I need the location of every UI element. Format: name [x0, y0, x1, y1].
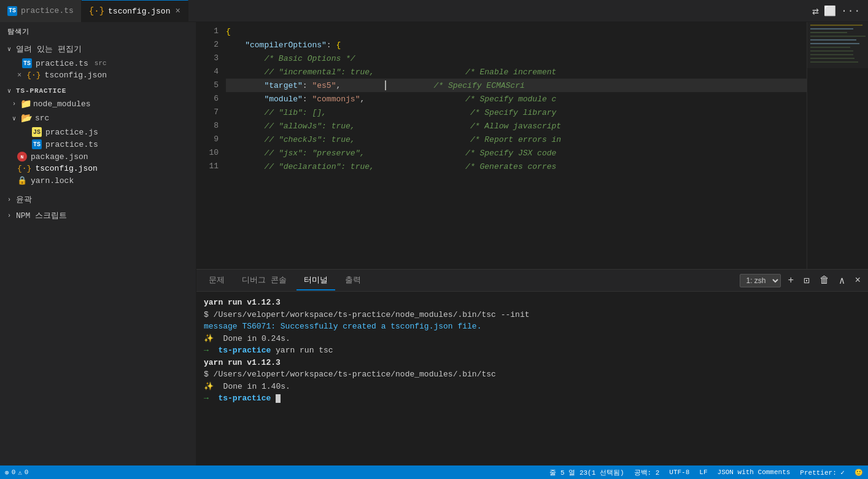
term-line-9: → ts-practice	[204, 392, 861, 405]
panel-tab-terminal[interactable]: 터미널	[296, 271, 335, 290]
outline-section[interactable]: › 윤곽	[0, 192, 196, 208]
status-formatter[interactable]: Prettier: ✓	[800, 469, 845, 477]
npm-scripts-section[interactable]: › NPM 스크립트	[0, 208, 196, 224]
code-line-8: // "allowJs": true, /* Allow javascript	[226, 119, 807, 133]
outline-label: 윤곽	[16, 194, 32, 205]
status-face-icon: 🙂	[854, 469, 863, 477]
src-folder-icon: 📂	[21, 112, 33, 124]
outline-chevron: ›	[5, 197, 14, 203]
tab-label-practice-ts: practice.ts	[21, 6, 74, 15]
code-line-1: {	[226, 25, 807, 38]
code-line-6: "module": "commonjs", /* Specify module …	[226, 92, 807, 106]
npm-scripts-label: NPM 스크립트	[16, 210, 67, 221]
file-tsconfig-json[interactable]: {·} tsconfig.json	[0, 163, 196, 174]
practice-js-label: practice.js	[45, 128, 98, 137]
yarn-lock-icon: 🔒	[17, 176, 27, 185]
tab-bar: TS practice.ts {·} tsconfig.json × ⇄ ⬜ ·…	[0, 0, 868, 22]
content-area: 1 2 3 4 5 6 7 8 9 10 11 { "compiler	[196, 22, 868, 465]
status-line-ending[interactable]: LF	[699, 469, 707, 476]
src-folder[interactable]: ∨ 📂 src	[0, 111, 196, 126]
node-modules-folder[interactable]: › 📁 node_modules	[0, 97, 196, 111]
ts-file-icon: TS	[7, 6, 17, 16]
svg-rect-11	[807, 22, 868, 68]
terminal-content[interactable]: yarn run v1.12.3 $ /Users/velopert/works…	[196, 292, 868, 465]
tab-tsconfig-json[interactable]: {·} tsconfig.json ×	[82, 0, 188, 22]
close-panel-button[interactable]: ×	[852, 274, 863, 287]
status-errors[interactable]: ⊗ 0 ⚠ 0	[5, 469, 28, 477]
status-encoding[interactable]: UTF-8	[669, 469, 689, 476]
panel-tab-debug[interactable]: 디버그 콘솔	[234, 271, 294, 290]
open-file-practice-ts[interactable]: TS practice.ts src	[0, 57, 196, 69]
code-line-4: // "incremental": true, /* Enable increm…	[226, 65, 807, 79]
project-section[interactable]: ∨ TS-PRACTICE	[0, 85, 196, 97]
node-modules-folder-icon: 📁	[21, 99, 31, 109]
more-icon[interactable]: ···	[841, 6, 861, 17]
open-file-tsconfig-name: tsconfig.json	[45, 71, 107, 80]
open-file-ts-icon: TS	[22, 58, 32, 68]
term-line-5: → ts-practice yarn run tsc	[204, 345, 861, 357]
panel-tab-output[interactable]: 출력	[338, 271, 368, 290]
status-language[interactable]: JSON with Comments	[718, 469, 791, 476]
term-line-2: $ /Users/velopert/workspace/ts-practice/…	[204, 309, 861, 321]
practice-ts-label: practice.ts	[45, 140, 98, 149]
code-line-11: // "declaration": true, /* Generates cor…	[226, 160, 807, 173]
file-package-json[interactable]: N package.json	[0, 150, 196, 163]
project-name: TS-PRACTICE	[16, 87, 66, 95]
term-line-3: message TS6071: Successfully created a t…	[204, 321, 861, 333]
code-line-3: /* Basic Options */	[226, 52, 807, 65]
package-json-label: package.json	[31, 152, 88, 162]
status-right: 줄 5 열 23(1 선택됨) 공백: 2 UTF-8 LF JSON with…	[549, 468, 863, 477]
line-numbers: 1 2 3 4 5 6 7 8 9 10 11	[196, 22, 223, 269]
term-line-4: ✨ Done in 0.24s.	[204, 333, 861, 345]
open-editors-label: 열려 있는 편집기	[16, 44, 82, 55]
file-practice-js[interactable]: JS practice.js	[0, 126, 196, 138]
open-file-json-icon: {·}	[26, 71, 41, 80]
tab-practice-ts[interactable]: TS practice.ts	[0, 0, 82, 22]
tsconfig-json-label: tsconfig.json	[35, 164, 97, 173]
terminal-select[interactable]: 1: zsh	[740, 274, 781, 287]
file-practice-ts[interactable]: TS practice.ts	[0, 138, 196, 150]
js-file-icon: JS	[32, 127, 42, 137]
status-spaces[interactable]: 공백: 2	[634, 468, 660, 477]
error-icon: ⊗	[5, 469, 9, 477]
open-file-close-icon[interactable]: ×	[17, 71, 21, 80]
tab-label-tsconfig: tsconfig.json	[108, 7, 170, 16]
code-editor[interactable]: 1 2 3 4 5 6 7 8 9 10 11 { "compiler	[196, 22, 868, 269]
src-chevron: ∨	[10, 115, 18, 122]
maximize-panel-button[interactable]: ∧	[837, 273, 848, 288]
term-line-6: yarn run v1.12.3	[204, 357, 861, 369]
status-bar: ⊗ 0 ⚠ 0 줄 5 열 23(1 선택됨) 공백: 2 UTF-8 LF J…	[0, 465, 868, 479]
layout-icon[interactable]: ⬜	[824, 5, 836, 17]
code-line-10: // "jsx": "preserve", /* Specify JSX cod…	[226, 146, 807, 160]
package-json-icon: N	[17, 152, 27, 162]
panel: 문제 디버그 콘솔 터미널 출력 1: zsh + ⊡ 🗑 ∧ × yarn r…	[196, 269, 868, 465]
tab-actions: ⇄ ⬜ ···	[805, 4, 868, 18]
open-file-tsconfig[interactable]: × {·} tsconfig.json	[0, 69, 196, 81]
status-position[interactable]: 줄 5 열 23(1 선택됨)	[549, 468, 624, 477]
term-line-8: ✨ Done in 1.40s.	[204, 381, 861, 393]
npm-scripts-chevron: ›	[5, 212, 14, 219]
json-file-icon: {·}	[89, 6, 104, 16]
minimap-svg	[807, 22, 868, 268]
new-terminal-button[interactable]: +	[786, 274, 797, 287]
code-line-2: "compilerOptions": {	[226, 38, 807, 52]
project-chevron: ∨	[5, 87, 14, 95]
main-area: 탐색기 ∨ 열려 있는 편집기 TS practice.ts src × {·}…	[0, 22, 868, 465]
tsconfig-json-icon: {·}	[17, 164, 31, 173]
error-count: 0	[12, 469, 16, 476]
panel-tab-problems[interactable]: 문제	[201, 271, 232, 290]
panel-actions: 1: zsh + ⊡ 🗑 ∧ ×	[740, 273, 864, 288]
kill-terminal-button[interactable]: 🗑	[817, 273, 832, 287]
open-file-src-label: src	[95, 60, 107, 67]
code-line-7: // "lib": [], /* Specify library	[226, 106, 807, 119]
split-terminal-button[interactable]: ⊡	[801, 273, 812, 288]
tab-close-icon[interactable]: ×	[175, 6, 180, 16]
file-yarn-lock[interactable]: 🔒 yarn.lock	[0, 174, 196, 187]
term-line-7: $ /Users/velopert/workspace/ts-practice/…	[204, 368, 861, 381]
node-modules-label: node_modules	[33, 99, 91, 109]
open-editors-section[interactable]: ∨ 열려 있는 편집기	[0, 41, 196, 57]
term-line-1: yarn run v1.12.3	[204, 297, 861, 309]
open-file-practice-ts-name: practice.ts	[36, 59, 88, 68]
warning-count: 0	[25, 469, 29, 476]
source-control-icon[interactable]: ⇄	[812, 4, 819, 18]
